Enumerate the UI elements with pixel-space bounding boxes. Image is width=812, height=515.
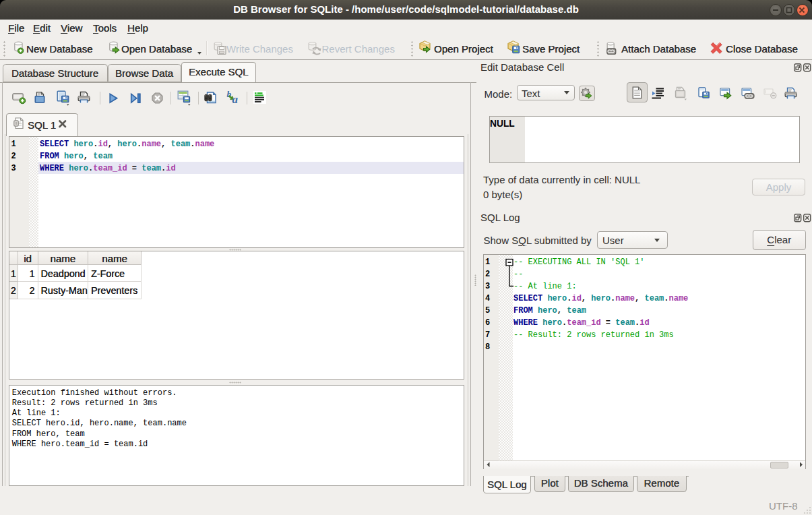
- svg-text:a: a: [232, 93, 239, 106]
